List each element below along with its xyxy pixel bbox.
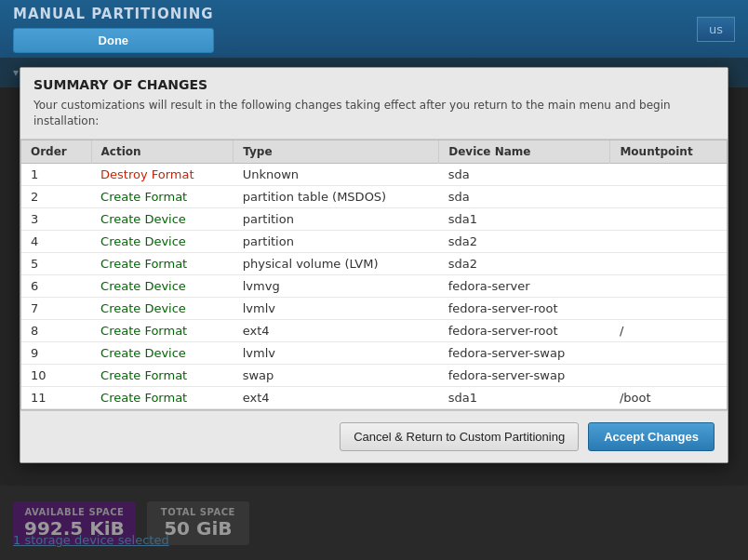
accept-button[interactable]: Accept Changes — [588, 422, 715, 451]
table-row: 3Create Devicepartitionsda1 — [21, 207, 727, 230]
cell-device-name: sda2 — [439, 252, 610, 274]
cell-mountpoint — [610, 207, 727, 230]
col-action: Action — [91, 140, 234, 164]
cell-mountpoint — [610, 274, 727, 297]
cell-action: Create Device — [91, 341, 234, 364]
cell-action: Create Format — [91, 319, 234, 341]
cell-type: Unknown — [234, 163, 439, 185]
cell-type: partition table (MSDOS) — [234, 185, 439, 207]
table-row: 9Create Devicelvmlvfedora-server-swap — [21, 341, 727, 364]
cell-device-name: sda — [439, 185, 610, 207]
cell-action: Destroy Format — [91, 163, 234, 185]
cell-device-name: sda2 — [439, 230, 610, 252]
cell-device-name: sda1 — [439, 386, 610, 408]
cell-type: ext4 — [234, 319, 439, 341]
col-type: Type — [234, 140, 439, 164]
cell-device-name: sda — [439, 163, 610, 185]
cell-order: 10 — [21, 364, 91, 386]
cell-type: partition — [234, 207, 439, 230]
cell-mountpoint — [610, 297, 727, 319]
cell-action: Create Device — [91, 274, 234, 297]
cell-type: partition — [234, 230, 439, 252]
cell-mountpoint — [610, 341, 727, 364]
cell-action: Create Format — [91, 386, 234, 408]
cell-device-name: fedora-server-root — [439, 297, 610, 319]
cell-mountpoint — [610, 163, 727, 185]
cell-mountpoint — [610, 364, 727, 386]
table-row: 1Destroy FormatUnknownsda — [21, 163, 727, 185]
cell-device-name: sda1 — [439, 207, 610, 230]
table-row: 7Create Devicelvmlvfedora-server-root — [21, 297, 727, 319]
cell-order: 9 — [21, 341, 91, 364]
modal-overlay: SUMMARY OF CHANGES Your customizations w… — [0, 58, 748, 560]
cell-action: Create Device — [91, 230, 234, 252]
table-row: 11Create Formatext4sda1/boot — [21, 386, 727, 408]
changes-table: Order Action Type Device Name Mountpoint… — [21, 140, 727, 409]
done-button[interactable]: Done — [13, 28, 214, 53]
cell-type: physical volume (LVM) — [234, 252, 439, 274]
top-bar: MANUAL PARTITIONING Done us — [0, 0, 748, 58]
cancel-button[interactable]: Cancel & Return to Custom Partitioning — [340, 422, 579, 451]
modal-header: SUMMARY OF CHANGES Your customizations w… — [20, 68, 728, 140]
cell-type: lvmlv — [234, 341, 439, 364]
cell-action: Create Format — [91, 185, 234, 207]
cell-mountpoint — [610, 185, 727, 207]
cell-action: Create Format — [91, 252, 234, 274]
cell-type: ext4 — [234, 386, 439, 408]
cell-order: 6 — [21, 274, 91, 297]
summary-dialog: SUMMARY OF CHANGES Your customizations w… — [20, 67, 728, 463]
col-mountpoint: Mountpoint — [610, 140, 727, 164]
cell-type: lvmlv — [234, 297, 439, 319]
cell-device-name: fedora-server-root — [439, 319, 610, 341]
cell-order: 5 — [21, 252, 91, 274]
modal-subtitle: Your customizations will result in the f… — [33, 98, 715, 129]
table-row: 4Create Devicepartitionsda2 — [21, 230, 727, 252]
table-row: 10Create Formatswapfedora-server-swap — [21, 364, 727, 386]
cell-action: Create Device — [91, 207, 234, 230]
table-row: 6Create Devicelvmvgfedora-server — [21, 274, 727, 297]
cell-device-name: fedora-server — [439, 274, 610, 297]
cell-mountpoint: / — [610, 319, 727, 341]
changes-table-wrapper: Order Action Type Device Name Mountpoint… — [20, 140, 728, 410]
cell-order: 11 — [21, 386, 91, 408]
cell-type: swap — [234, 364, 439, 386]
table-header-row: Order Action Type Device Name Mountpoint — [21, 140, 727, 164]
cell-device-name: fedora-server-swap — [439, 364, 610, 386]
app-title: MANUAL PARTITIONING — [13, 6, 214, 22]
cell-mountpoint — [610, 252, 727, 274]
cell-mountpoint: /boot — [610, 386, 727, 408]
table-row: 2Create Formatpartition table (MSDOS)sda — [21, 185, 727, 207]
cell-action: Create Format — [91, 364, 234, 386]
cell-order: 1 — [21, 163, 91, 185]
table-row: 8Create Formatext4fedora-server-root/ — [21, 319, 727, 341]
table-row: 5Create Formatphysical volume (LVM)sda2 — [21, 252, 727, 274]
cell-mountpoint — [610, 230, 727, 252]
cell-order: 8 — [21, 319, 91, 341]
cell-order: 4 — [21, 230, 91, 252]
cell-order: 7 — [21, 297, 91, 319]
cell-action: Create Device — [91, 297, 234, 319]
col-device-name: Device Name — [439, 140, 610, 164]
top-bar-left: MANUAL PARTITIONING Done — [13, 6, 214, 53]
cell-type: lvmvg — [234, 274, 439, 297]
modal-footer: Cancel & Return to Custom Partitioning A… — [20, 410, 728, 462]
cell-device-name: fedora-server-swap — [439, 341, 610, 364]
col-order: Order — [21, 140, 91, 164]
modal-title: SUMMARY OF CHANGES — [33, 77, 715, 92]
cell-order: 3 — [21, 207, 91, 230]
locale-indicator: us — [697, 17, 735, 42]
main-content: ▾ New Fedora-Server 21 Installation fedo… — [0, 58, 748, 560]
cell-order: 2 — [21, 185, 91, 207]
